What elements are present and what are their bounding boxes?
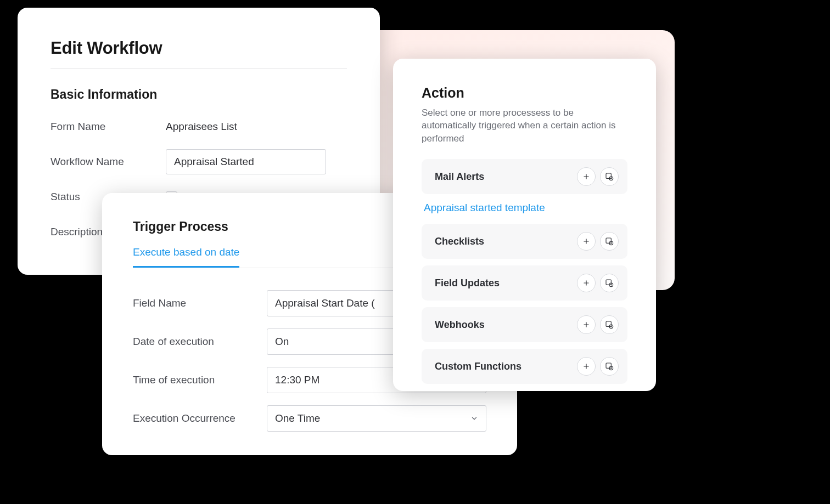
action-item-label: Field Updates: [435, 278, 500, 289]
execution-occurrence-row: Execution Occurrence One Time: [133, 405, 486, 432]
divider: [51, 68, 347, 69]
template-button[interactable]: [600, 274, 619, 292]
workflow-name-row: Workflow Name: [51, 149, 347, 174]
action-item-label: Checklists: [435, 236, 484, 247]
date-execution-label: Date of execution: [133, 336, 267, 348]
execution-occurrence-select[interactable]: One Time: [267, 405, 486, 432]
form-name-row: Form Name Appraisees List: [51, 114, 347, 139]
edit-workflow-title: Edit Workflow: [51, 38, 347, 58]
form-name-label: Form Name: [51, 121, 166, 133]
action-item-label: Mail Alerts: [435, 171, 484, 183]
add-button[interactable]: [577, 274, 596, 292]
plus-icon: [582, 237, 590, 245]
field-name-value: Appraisal Start Date (: [275, 297, 375, 309]
date-execution-value: On: [275, 336, 289, 348]
template-icon: [605, 320, 614, 329]
template-icon: [605, 279, 614, 287]
appraisal-template-link[interactable]: Appraisal started template: [424, 202, 545, 213]
execution-occurrence-value: One Time: [275, 412, 320, 424]
action-item-label: Webhooks: [435, 319, 485, 331]
plus-icon: [582, 279, 590, 287]
add-button[interactable]: [577, 232, 596, 251]
action-item-checklists: Checklists: [422, 224, 627, 259]
plus-icon: [582, 321, 590, 329]
template-icon: [605, 237, 614, 246]
svg-rect-10: [606, 280, 611, 285]
add-button[interactable]: [577, 357, 596, 376]
execution-occurrence-label: Execution Occurrence: [133, 412, 267, 424]
action-subtitle: Select one or more processess to be auto…: [422, 106, 627, 145]
form-name-value: Appraisees List: [166, 121, 237, 133]
action-item-label: Custom Functions: [435, 361, 521, 372]
plus-icon: [582, 173, 590, 180]
template-icon: [605, 362, 614, 371]
action-card: Action Select one or more processess to …: [393, 59, 656, 391]
svg-rect-2: [606, 173, 611, 178]
svg-rect-14: [606, 321, 611, 326]
svg-rect-6: [606, 238, 611, 243]
basic-info-heading: Basic Information: [51, 87, 347, 102]
template-button[interactable]: [600, 232, 619, 251]
template-icon: [605, 172, 614, 181]
chevron-down-icon: [470, 415, 478, 422]
action-item-webhooks: Webhooks: [422, 307, 627, 342]
time-execution-label: Time of execution: [133, 374, 267, 386]
template-button[interactable]: [600, 357, 619, 376]
add-button[interactable]: [577, 315, 596, 334]
action-item-mail-alerts: Mail Alerts: [422, 159, 627, 194]
workflow-name-input[interactable]: [166, 149, 326, 174]
field-name-label: Field Name: [133, 297, 267, 309]
workflow-name-label: Workflow Name: [51, 156, 166, 168]
template-link-row: Appraisal started template: [424, 202, 627, 214]
svg-rect-18: [606, 363, 611, 368]
action-item-field-updates: Field Updates: [422, 265, 627, 301]
action-item-custom-functions: Custom Functions: [422, 349, 627, 384]
template-button[interactable]: [600, 167, 619, 186]
tab-execute-on-date[interactable]: Execute based on date: [133, 241, 239, 268]
plus-icon: [582, 363, 590, 370]
action-title: Action: [422, 85, 627, 101]
template-button[interactable]: [600, 315, 619, 334]
time-execution-value: 12:30 PM: [275, 374, 319, 386]
add-button[interactable]: [577, 167, 596, 186]
